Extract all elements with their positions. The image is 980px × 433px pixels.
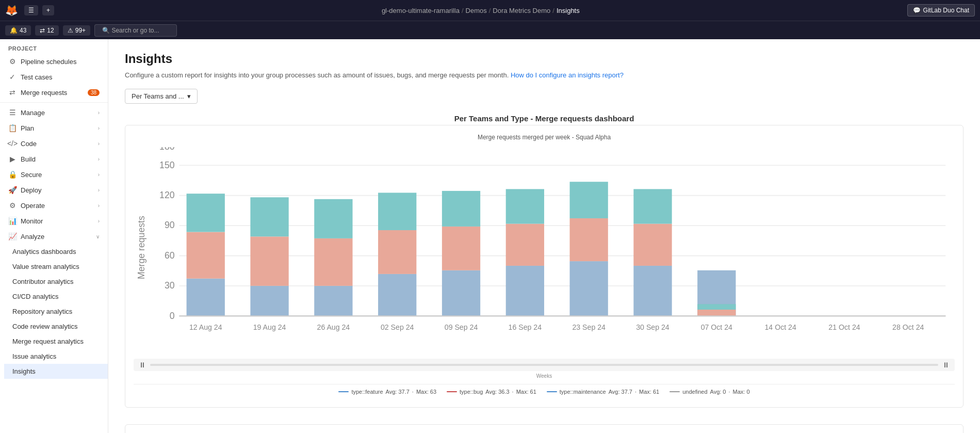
new-item-button[interactable]: + xyxy=(42,5,54,15)
svg-rect-31 xyxy=(442,270,480,315)
sidebar-label-test-cases: Test cases xyxy=(21,73,52,81)
sidebar-item-repository[interactable]: Repository analytics xyxy=(4,304,108,319)
chart1-end-button[interactable]: ⏸ xyxy=(942,361,950,369)
svg-rect-19 xyxy=(250,285,288,315)
svg-rect-29 xyxy=(378,193,416,230)
legend-feature-line xyxy=(338,391,349,392)
sidebar-item-mr-analytics[interactable]: Merge request analytics xyxy=(4,334,108,349)
svg-text:150: 150 xyxy=(159,159,175,170)
sidebar-label-manage: Manage xyxy=(21,109,45,117)
breadcrumb-project[interactable]: Dora Metrics Demo xyxy=(493,7,550,14)
sidebar-item-code-review[interactable]: Code review analytics xyxy=(4,319,108,334)
sidebar-item-issue-analytics[interactable]: Issue analytics xyxy=(4,349,108,364)
chart1-subtitle: Merge requests merged per week - Squad A… xyxy=(134,134,955,141)
svg-text:09 Sep 24: 09 Sep 24 xyxy=(445,323,478,331)
merges-button[interactable]: ⇄ 12 xyxy=(35,25,58,36)
legend-bug-max: Max: 61 xyxy=(516,389,536,395)
merge-request-icon: ⇄ xyxy=(8,88,17,97)
sidebar-label-issue-analytics: Issue analytics xyxy=(12,352,56,360)
svg-rect-44 xyxy=(633,223,672,265)
sidebar-item-code[interactable]: </> Code › xyxy=(0,136,108,151)
chevron-right-icon-code: › xyxy=(98,141,100,147)
main-layout: Project ⚙ Pipeline schedules ✓ Test case… xyxy=(0,39,980,433)
sidebar-item-value-stream[interactable]: Value stream analytics xyxy=(4,259,108,274)
test-icon: ✓ xyxy=(8,73,17,81)
chevron-right-icon-plan: › xyxy=(98,125,100,131)
chart2-wrapper: Merge requests merged per month - Squad … xyxy=(125,424,963,433)
svg-text:26 Aug 24: 26 Aug 24 xyxy=(317,323,350,331)
svg-rect-49 xyxy=(697,304,736,310)
chart1-legend: type::feature Avg: 37.7· Max: 63 type::b… xyxy=(134,384,955,399)
sidebar-label-mr-analytics: Merge request analytics xyxy=(12,338,84,345)
chart1-wrapper: Merge requests merged per week - Squad A… xyxy=(125,125,963,408)
merge-requests-badge: 38 xyxy=(88,89,100,96)
topbar: 🦊 ☰ + gl-demo-ultimate-ramarilla / Demos… xyxy=(0,0,980,21)
legend-maintenance: type::maintenance Avg: 37.7· Max: 61 xyxy=(547,389,659,395)
sidebar-item-merge-requests[interactable]: ⇄ Merge requests 38 xyxy=(0,85,108,100)
svg-text:21 Oct 24: 21 Oct 24 xyxy=(828,323,860,331)
svg-rect-15 xyxy=(187,278,225,316)
sidebar-item-deploy[interactable]: 🚀 Deploy › xyxy=(0,182,108,198)
legend-undefined-label: undefined xyxy=(682,389,707,395)
sidebar-item-monitor[interactable]: 📊 Monitor › xyxy=(0,213,108,229)
svg-rect-27 xyxy=(378,274,416,315)
chart1-play-button[interactable]: ⏸ xyxy=(139,361,146,369)
sidebar-label-insights: Insights xyxy=(12,367,36,375)
analyze-submenu: Analytics dashboards Value stream analyt… xyxy=(0,244,108,379)
search-button[interactable]: 🔍 Search or go to... xyxy=(94,24,177,37)
sidebar-item-analytics-dashboards[interactable]: Analytics dashboards xyxy=(4,244,108,259)
breadcrumb-sep2: / xyxy=(489,7,491,14)
svg-rect-25 xyxy=(314,199,352,238)
notifications-button[interactable]: 🔔 43 xyxy=(5,25,31,36)
chart1-svg: 0 30 60 90 120 150 180 Merge requests 12 xyxy=(134,147,955,357)
sidebar-label-code-review: Code review analytics xyxy=(12,323,77,330)
legend-bug-label: type::bug xyxy=(460,389,483,395)
search-icon: 🔍 xyxy=(102,27,110,34)
sidebar-item-build[interactable]: ▶ Build › xyxy=(0,151,108,167)
sidebar-item-insights[interactable]: Insights xyxy=(4,364,108,379)
dropdown-chevron-icon: ▾ xyxy=(187,92,191,100)
breadcrumb: gl-demo-ultimate-ramarilla / Demos / Dor… xyxy=(58,7,903,14)
breadcrumb-group[interactable]: Demos xyxy=(466,7,487,14)
report-dropdown[interactable]: Per Teams and ... ▾ xyxy=(125,89,198,104)
sidebar-label-deploy: Deploy xyxy=(21,186,41,194)
legend-maintenance-max: Max: 61 xyxy=(639,389,659,395)
sidebar-item-plan[interactable]: 📋 Plan › xyxy=(0,120,108,136)
alerts-button[interactable]: ⚠ 99+ xyxy=(63,25,90,36)
sidebar-label-build: Build xyxy=(21,155,36,163)
sidebar-item-contributor[interactable]: Contributor analytics xyxy=(4,274,108,289)
help-link[interactable]: How do I configure an insights report? xyxy=(511,71,624,79)
svg-text:28 Oct 24: 28 Oct 24 xyxy=(892,323,924,331)
svg-rect-16 xyxy=(187,232,225,278)
chevron-right-icon: › xyxy=(98,110,100,116)
duo-chat-button[interactable]: 💬 GitLab Duo Chat xyxy=(907,4,975,17)
breadcrumb-current: Insights xyxy=(557,7,580,14)
chart1-progress-bar[interactable] xyxy=(150,364,938,366)
svg-rect-41 xyxy=(570,182,608,218)
sidebar-item-cicd[interactable]: CI/CD analytics xyxy=(4,289,108,304)
deploy-icon: 🚀 xyxy=(8,186,17,194)
operate-icon: ⚙ xyxy=(8,201,17,210)
svg-text:19 Aug 24: 19 Aug 24 xyxy=(253,323,286,331)
sidebar-item-pipeline-schedules[interactable]: ⚙ Pipeline schedules xyxy=(0,54,108,69)
chart1-title: Per Teams and Type - Merge requests dash… xyxy=(125,114,963,123)
breadcrumb-org[interactable]: gl-demo-ultimate-ramarilla xyxy=(382,7,460,14)
sidebar-item-secure[interactable]: 🔒 Secure › xyxy=(0,167,108,182)
sidebar-toggle[interactable]: ☰ xyxy=(24,5,38,15)
sidebar-item-operate[interactable]: ⚙ Operate › xyxy=(0,198,108,213)
sidebar-item-test-cases[interactable]: ✓ Test cases xyxy=(0,69,108,85)
build-icon: ▶ xyxy=(8,155,17,163)
manage-icon: ☰ xyxy=(8,108,17,117)
monitor-icon: 📊 xyxy=(8,217,17,225)
svg-text:60: 60 xyxy=(165,250,175,260)
sidebar-item-manage[interactable]: ☰ Manage › xyxy=(0,105,108,120)
legend-undefined: undefined Avg: 0· Max: 0 xyxy=(669,389,749,395)
sidebar-item-analyze[interactable]: 📈 Analyze ∨ xyxy=(0,229,108,244)
svg-text:Merge requests: Merge requests xyxy=(136,216,146,279)
svg-rect-32 xyxy=(442,226,480,270)
svg-text:14 Oct 24: 14 Oct 24 xyxy=(764,323,796,331)
svg-rect-24 xyxy=(314,238,352,285)
legend-undefined-line xyxy=(669,391,680,392)
secondbar: 🔔 43 ⇄ 12 ⚠ 99+ 🔍 Search or go to... xyxy=(0,21,980,39)
svg-text:30: 30 xyxy=(165,280,175,291)
